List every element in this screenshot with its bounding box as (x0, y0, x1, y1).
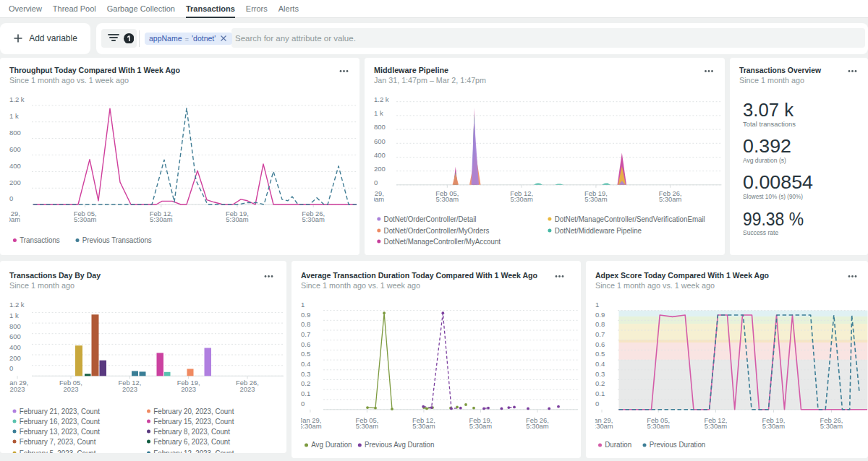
svg-text:February 16, 2023, Count: February 16, 2023, Count (20, 418, 100, 426)
svg-text:5:30am: 5:30am (74, 215, 96, 223)
svg-text:DotNet/ManageController/MyAcco: DotNet/ManageController/MyAccount (384, 238, 501, 246)
svg-text:5:30am: 5:30am (647, 422, 670, 430)
svg-text:5:30am: 5:30am (412, 422, 435, 430)
svg-text:Average Transaction Duration T: Average Transaction Duration Today Compa… (301, 271, 537, 280)
svg-text:Transactions Day By Day: Transactions Day By Day (9, 271, 101, 280)
svg-text:5:30am: 5:30am (510, 195, 532, 203)
svg-text:1 k: 1 k (374, 109, 383, 117)
svg-text:800: 800 (9, 129, 21, 137)
svg-text:Since 1 month ago vs. 1 week a: Since 1 month ago vs. 1 week ago (595, 281, 715, 290)
svg-text:Since 1 month ago vs. 1 week a: Since 1 month ago vs. 1 week ago (9, 76, 129, 85)
svg-text:DotNet/OrderController/MyOrder: DotNet/OrderController/MyOrders (384, 227, 490, 235)
svg-text:0.8: 0.8 (301, 320, 310, 328)
svg-text:Previous Duration: Previous Duration (650, 441, 706, 449)
svg-text:Transactions Overview: Transactions Overview (739, 66, 821, 74)
svg-text:5:30am: 5:30am (584, 195, 607, 203)
svg-text:0.8: 0.8 (595, 320, 605, 328)
svg-text:5:30am: 5:30am (705, 422, 727, 430)
svg-text:Middleware Pipeline: Middleware Pipeline (374, 66, 448, 74)
svg-text:1.2 k: 1.2 k (9, 95, 25, 103)
svg-text:February 8, 2023, Count: February 8, 2023, Count (153, 428, 230, 436)
svg-text:February 15, 2023, Count: February 15, 2023, Count (153, 418, 234, 426)
svg-text:Previous Transactions: Previous Transactions (82, 236, 152, 244)
svg-text:Throughput Today Compared With: Throughput Today Compared With 1 Week Ag… (9, 66, 180, 74)
svg-text:0: 0 (595, 400, 599, 408)
svg-text:0: 0 (9, 194, 13, 202)
svg-text:February 20, 2023, Count: February 20, 2023, Count (153, 408, 234, 415)
svg-text:5:30am: 5:30am (436, 195, 459, 203)
svg-text:1.2 k: 1.2 k (9, 301, 25, 309)
svg-text:0: 0 (9, 364, 13, 372)
svg-text:600: 600 (9, 332, 21, 340)
svg-text:5:30am: 5:30am (302, 215, 325, 223)
svg-text:February 13, 2023, Count: February 13, 2023, Count (20, 428, 100, 436)
svg-text:0.2: 0.2 (301, 379, 310, 387)
svg-text:Duration: Duration (605, 441, 631, 449)
svg-text:0: 0 (374, 178, 378, 186)
svg-text:0.9: 0.9 (595, 311, 605, 319)
svg-text:600: 600 (374, 137, 386, 145)
svg-text:5:30am: 5:30am (150, 215, 172, 223)
svg-text:1: 1 (595, 301, 599, 309)
svg-text:200: 200 (9, 354, 21, 362)
svg-text:2023: 2023 (122, 385, 137, 393)
svg-text:0.3: 0.3 (595, 370, 605, 378)
svg-text:1.2 k: 1.2 k (374, 95, 389, 103)
svg-text:February 7, 2023, Count: February 7, 2023, Count (20, 438, 96, 446)
svg-text:0.2: 0.2 (595, 379, 605, 387)
svg-text:Since 1 month ago: Since 1 month ago (739, 76, 804, 85)
svg-text:200: 200 (9, 178, 21, 186)
svg-text:1: 1 (301, 301, 305, 309)
svg-text:0.6: 0.6 (301, 340, 310, 348)
svg-text:1 k: 1 k (9, 311, 19, 319)
svg-text:5:30am: 5:30am (526, 422, 548, 430)
svg-text:400: 400 (9, 343, 21, 351)
svg-text:Since 1 month ago: Since 1 month ago (9, 281, 75, 290)
svg-text:February 12, 2023, Count: February 12, 2023, Count (153, 449, 234, 454)
svg-text:5:30am: 5:30am (356, 422, 378, 430)
svg-text:5:30am: 5:30am (820, 422, 843, 430)
svg-text:DotNet/Middleware Pipeline: DotNet/Middleware Pipeline (555, 227, 642, 235)
svg-text:Total transactions: Total transactions (743, 121, 796, 128)
svg-text:0.7: 0.7 (301, 330, 310, 338)
svg-text:5:30am: 5:30am (299, 422, 321, 430)
svg-text:3.07 k: 3.07 k (743, 99, 794, 121)
svg-text:February 6, 2023, Count: February 6, 2023, Count (153, 438, 230, 446)
svg-text:5:30am: 5:30am (590, 422, 613, 430)
svg-text:2023: 2023 (10, 385, 25, 393)
svg-text:Since 1 month ago vs. 1 week a: Since 1 month ago vs. 1 week ago (301, 281, 420, 290)
svg-text:0.392: 0.392 (743, 135, 791, 157)
svg-text:5:30am: 5:30am (365, 195, 384, 203)
svg-text:5:30am: 5:30am (0, 215, 20, 223)
svg-text:5:30am: 5:30am (469, 422, 492, 430)
svg-text:Slowest 10% (s) (90%): Slowest 10% (s) (90%) (743, 193, 803, 200)
svg-text:800: 800 (374, 123, 386, 131)
svg-text:0.5: 0.5 (301, 350, 310, 358)
svg-text:February 21, 2023, Count: February 21, 2023, Count (20, 408, 100, 415)
svg-text:0.4: 0.4 (595, 360, 605, 368)
svg-text:DotNet/OrderController/Detail: DotNet/OrderController/Detail (384, 215, 477, 223)
svg-text:0.1: 0.1 (595, 389, 605, 397)
svg-text:400: 400 (374, 151, 386, 159)
svg-text:400: 400 (9, 162, 21, 170)
svg-text:99.38 %: 99.38 % (743, 208, 804, 230)
svg-text:0.6: 0.6 (595, 340, 605, 348)
svg-text:200: 200 (374, 165, 386, 173)
svg-text:0.3: 0.3 (301, 370, 310, 378)
svg-text:Previous Avg Duration: Previous Avg Duration (365, 441, 434, 449)
svg-text:Success rate: Success rate (743, 229, 778, 236)
svg-text:800: 800 (9, 322, 21, 330)
svg-text:5:30am: 5:30am (659, 195, 681, 203)
svg-text:2023: 2023 (181, 385, 196, 393)
svg-text:DotNet/ManageController/SendVe: DotNet/ManageController/SendVerification… (555, 215, 705, 223)
svg-text:0.5: 0.5 (595, 350, 605, 358)
svg-text:0.1: 0.1 (301, 389, 310, 397)
svg-text:5:30am: 5:30am (226, 215, 248, 223)
svg-text:Jan 31, 1:47pm – Mar 2, 1:47pm: Jan 31, 1:47pm – Mar 2, 1:47pm (374, 76, 486, 85)
svg-text:Avg duration (s): Avg duration (s) (743, 157, 786, 164)
svg-text:0.00854: 0.00854 (743, 171, 813, 193)
svg-text:0.4: 0.4 (301, 360, 310, 368)
svg-text:2023: 2023 (64, 385, 79, 393)
svg-text:Avg Duration: Avg Duration (311, 441, 352, 449)
svg-text:5:30am: 5:30am (762, 422, 785, 430)
